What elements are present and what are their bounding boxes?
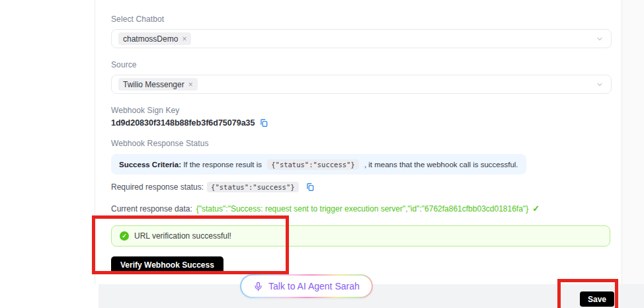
panel-left-border (95, 0, 95, 284)
success-criteria-code: {"status":"success"} (267, 159, 358, 170)
source-label: Source (111, 60, 137, 69)
source-tag: Twilio Messenger × (118, 78, 198, 91)
chatbot-tag-label: chatmossDemo (123, 34, 178, 44)
remove-tag-icon[interactable]: × (182, 35, 186, 43)
required-response-row: Required response status: {"status":"suc… (111, 182, 315, 192)
talk-agent-button-border: Talk to AI Agent Sarah (240, 274, 373, 298)
verify-webhook-button[interactable]: Verify Webhook Success (111, 256, 223, 274)
microphone-icon (253, 282, 263, 291)
success-criteria-note: Success Criteria: If the response result… (111, 154, 526, 174)
current-response-row: Current response data: {"status":"Succes… (111, 204, 540, 213)
copy-icon[interactable] (259, 118, 268, 128)
select-chatbot-label: Select Chatbot (111, 15, 164, 24)
webhook-settings-page: Select Chatbot chatmossDemo × Source Twi… (0, 0, 644, 308)
webhook-sign-key-row: 1d9d20830f3148b88feb3f6d75079a35 (111, 118, 268, 128)
chatbot-tag: chatmossDemo × (118, 32, 191, 45)
talk-to-agent-label: Talk to AI Agent Sarah (268, 281, 360, 291)
current-response-value: {"status":"Success: request sent to trig… (196, 204, 528, 213)
success-criteria-text-pre: If the response result is (181, 161, 264, 169)
success-criteria-text-post: , it means that the webhook call is succ… (362, 161, 518, 169)
webhook-sign-key-label: Webhook Sign Key (111, 106, 179, 115)
remove-tag-icon[interactable]: × (188, 81, 193, 89)
success-criteria-title: Success Criteria: (119, 161, 181, 169)
select-chatbot-input[interactable]: chatmossDemo × (111, 29, 612, 48)
webhook-response-status-label: Webhook Response Status (111, 139, 209, 148)
chevron-down-icon[interactable] (596, 35, 604, 43)
source-tag-label: Twilio Messenger (123, 80, 184, 89)
success-check-icon: ✓ (120, 231, 129, 241)
page-right-gutter (622, 0, 644, 284)
current-response-label: Current response data: (111, 204, 192, 213)
copy-icon[interactable] (305, 182, 315, 192)
webhook-sign-key-value: 1d9d20830f3148b88feb3f6d75079a35 (111, 118, 255, 128)
talk-to-agent-button[interactable]: Talk to AI Agent Sarah (241, 276, 372, 297)
url-verification-alert: ✓ URL verification successful! (111, 225, 610, 247)
required-response-label: Required response status: (111, 182, 204, 192)
source-input[interactable]: Twilio Messenger × (111, 75, 612, 94)
check-icon: ✓ (532, 204, 540, 213)
url-verification-alert-text: URL verification successful! (134, 231, 231, 241)
save-button[interactable]: Save (580, 291, 614, 307)
chevron-down-icon[interactable] (596, 81, 604, 89)
required-response-code: {"status":"success"} (207, 182, 298, 192)
